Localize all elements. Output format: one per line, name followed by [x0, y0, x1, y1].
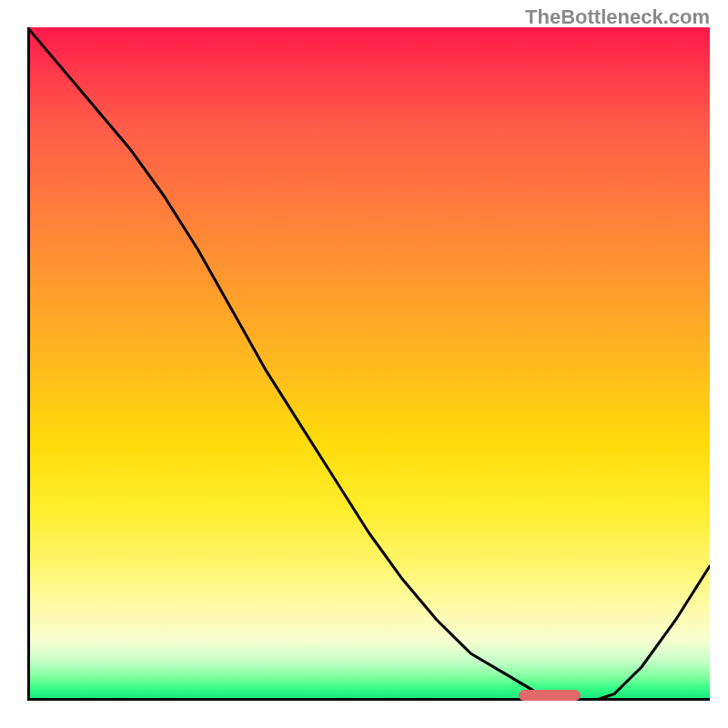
- y-axis: [27, 27, 30, 701]
- minimum-marker: [519, 690, 581, 701]
- bottleneck-curve: [27, 27, 710, 701]
- watermark-label: TheBottleneck.com: [525, 5, 710, 29]
- x-axis: [27, 698, 710, 701]
